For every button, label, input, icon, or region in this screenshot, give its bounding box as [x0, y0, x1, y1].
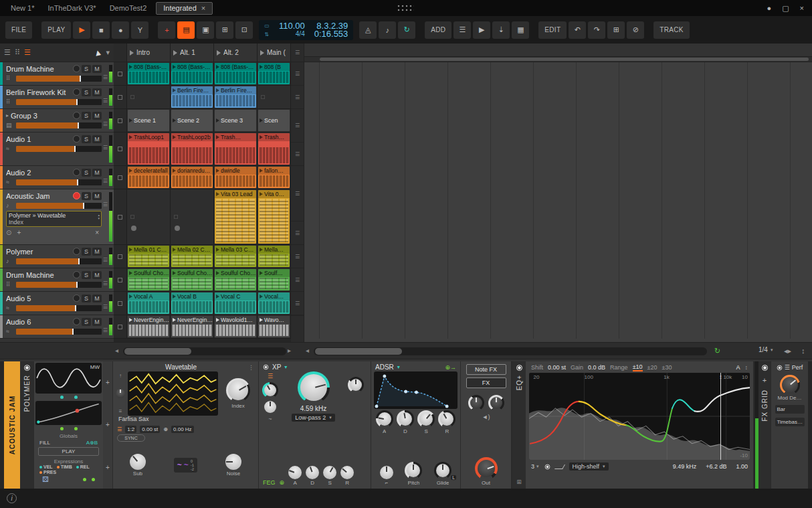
- freq-offset-value[interactable]: 0.00 Hz: [171, 426, 194, 433]
- feg-attack-knob[interactable]: [288, 466, 302, 479]
- grid-resolution-select[interactable]: 1/4▾: [758, 346, 773, 353]
- section-menu-icon[interactable]: ⋮: [248, 364, 254, 371]
- clip-slot[interactable]: Mella…: [258, 245, 291, 268]
- ab-blend-button[interactable]: A⊕B: [86, 440, 98, 446]
- focus-view-button[interactable]: ⊡: [235, 21, 253, 39]
- project-tab[interactable]: InTheDark V3*: [41, 0, 102, 16]
- lane-menu-icon[interactable]: ☰: [103, 280, 108, 286]
- play-menu-button[interactable]: PLAY: [41, 21, 71, 39]
- clip-slot[interactable]: [127, 86, 171, 108]
- metronome-button[interactable]: ◬: [359, 21, 377, 39]
- clip-slot[interactable]: Vocal…: [258, 292, 291, 315]
- record-arm-button[interactable]: [73, 135, 80, 143]
- solo-button[interactable]: S: [82, 65, 91, 73]
- band-select[interactable]: 3▾: [531, 463, 539, 470]
- automation-stop-dot[interactable]: [131, 226, 136, 231]
- mute-button[interactable]: M: [92, 169, 102, 177]
- close-tab-icon[interactable]: ×: [201, 4, 205, 12]
- volume-slider[interactable]: [16, 99, 102, 105]
- clip-slot[interactable]: Wavoloid1…: [214, 315, 258, 338]
- stop-clips-button[interactable]: [114, 86, 127, 108]
- device-chain-selector[interactable]: Polymer » WavetableIndex▴▾: [6, 211, 102, 227]
- timebase-button[interactable]: Timebas…: [775, 418, 805, 426]
- clip-slot[interactable]: 808 (Bass-…: [214, 62, 258, 85]
- wavetable-display[interactable]: [128, 371, 218, 416]
- clip-play-icon[interactable]: [216, 271, 219, 275]
- clip-slot[interactable]: Scene 2: [171, 109, 214, 132]
- launcher-clip[interactable]: Vocal C: [215, 292, 256, 314]
- launcher-clip[interactable]: Mella 03 C…: [215, 246, 256, 267]
- cutoff-value[interactable]: 4.59 kHz: [300, 405, 326, 412]
- device-track-strip[interactable]: ACOUSTIC JAM: [4, 361, 20, 489]
- clip-slot[interactable]: Berlin Fire…: [214, 86, 258, 108]
- band-power-button[interactable]: [544, 464, 550, 469]
- clip-slot[interactable]: dwindle: [214, 166, 258, 189]
- clip-play-icon[interactable]: [260, 135, 263, 139]
- stop-clips-button[interactable]: [114, 166, 127, 189]
- file-menu-button[interactable]: FILE: [5, 21, 32, 39]
- solo-button[interactable]: S: [82, 192, 91, 200]
- clip-slot[interactable]: Mella 02 C…: [171, 245, 214, 268]
- launcher-clip[interactable]: NeverEngin…: [171, 316, 213, 337]
- sub-knob[interactable]: [130, 454, 146, 470]
- restore-window-icon[interactable]: ▢: [782, 4, 789, 13]
- bar-mode-button[interactable]: Bar: [775, 405, 805, 414]
- mod-port-icon[interactable]: [74, 396, 78, 399]
- mute-button[interactable]: M: [92, 135, 102, 143]
- noise-knob[interactable]: [225, 454, 241, 470]
- clip-play-icon[interactable]: [173, 135, 176, 139]
- clip-slot[interactable]: 808 (Bass-…: [127, 62, 171, 85]
- clip-play-icon[interactable]: [129, 65, 132, 69]
- grid-view-icon[interactable]: ⠿: [15, 48, 20, 57]
- lane-menu-icon[interactable]: ☰: [103, 74, 108, 80]
- lane-menu-icon[interactable]: ☰: [295, 230, 300, 236]
- mute-button[interactable]: M: [92, 318, 102, 326]
- track-menu-button[interactable]: TRACK: [653, 21, 689, 39]
- loop-follow-icon[interactable]: ↻: [714, 347, 720, 355]
- lane-menu-icon[interactable]: ☰: [103, 145, 108, 151]
- lane-menu-icon[interactable]: ☰: [103, 304, 108, 310]
- clip-play-icon[interactable]: [260, 118, 263, 122]
- band-q-value[interactable]: 1.00: [736, 463, 748, 470]
- solo-button[interactable]: S: [82, 271, 91, 279]
- launcher-clip[interactable]: fallon…: [258, 167, 290, 188]
- fx-grid-power-button[interactable]: [762, 365, 768, 371]
- feg-sustain-knob[interactable]: [323, 466, 336, 479]
- add-menu-button[interactable]: ADD: [425, 21, 451, 39]
- record-arm-button[interactable]: [73, 318, 80, 325]
- list-view-icon[interactable]: ☰: [24, 48, 31, 57]
- clip-launcher-record-button[interactable]: ▤: [177, 21, 195, 39]
- launcher-clip[interactable]: Wavo…: [258, 316, 290, 337]
- track-header[interactable]: Audio 2SM≈☰: [0, 166, 114, 189]
- clip-slot[interactable]: Vita 0…: [258, 189, 291, 244]
- lane-menu-icon[interactable]: ☰: [295, 94, 300, 100]
- mod-port-icon[interactable]: [74, 427, 78, 430]
- clip-play-icon[interactable]: [260, 318, 263, 322]
- stop-clips-button[interactable]: [114, 109, 127, 132]
- clip-slot[interactable]: Wavo…: [258, 315, 291, 338]
- loop-button[interactable]: ↻: [398, 21, 415, 39]
- launcher-scroll-right-arrow[interactable]: ▸: [288, 347, 291, 354]
- clip-slot[interactable]: Scene 1: [127, 109, 171, 132]
- scene-launch-cell[interactable]: Scene 3: [215, 110, 256, 131]
- scene-play-icon[interactable]: [217, 50, 221, 56]
- launcher-clip[interactable]: Soulful Cho…: [171, 269, 213, 290]
- pointer-tool-icon[interactable]: ▲: [92, 47, 103, 58]
- filter-cutoff-knob[interactable]: [298, 371, 330, 404]
- lane-menu-icon[interactable]: ☰: [103, 201, 108, 207]
- clip-play-icon[interactable]: [216, 88, 219, 92]
- clip-play-icon[interactable]: [260, 65, 263, 69]
- project-tab[interactable]: New 1*: [4, 0, 41, 16]
- launcher-clip[interactable]: Vita 03 Lead: [215, 190, 256, 244]
- play-mode-button[interactable]: PLAY: [38, 447, 99, 456]
- eq-power-button[interactable]: [516, 365, 522, 371]
- lane-menu-icon[interactable]: ☰: [103, 121, 108, 127]
- automation-stop-dot[interactable]: [175, 226, 180, 231]
- mod-depth-knob[interactable]: [780, 375, 800, 395]
- clip-slot[interactable]: dorianredu…: [171, 166, 214, 189]
- volume-slider[interactable]: [16, 203, 102, 209]
- tone-knob[interactable]: [488, 395, 504, 411]
- clip-slot[interactable]: Trash…: [258, 133, 291, 165]
- arranger-scrollbar[interactable]: [314, 347, 707, 355]
- track-header[interactable]: Audio 6SM≈☰: [0, 315, 114, 339]
